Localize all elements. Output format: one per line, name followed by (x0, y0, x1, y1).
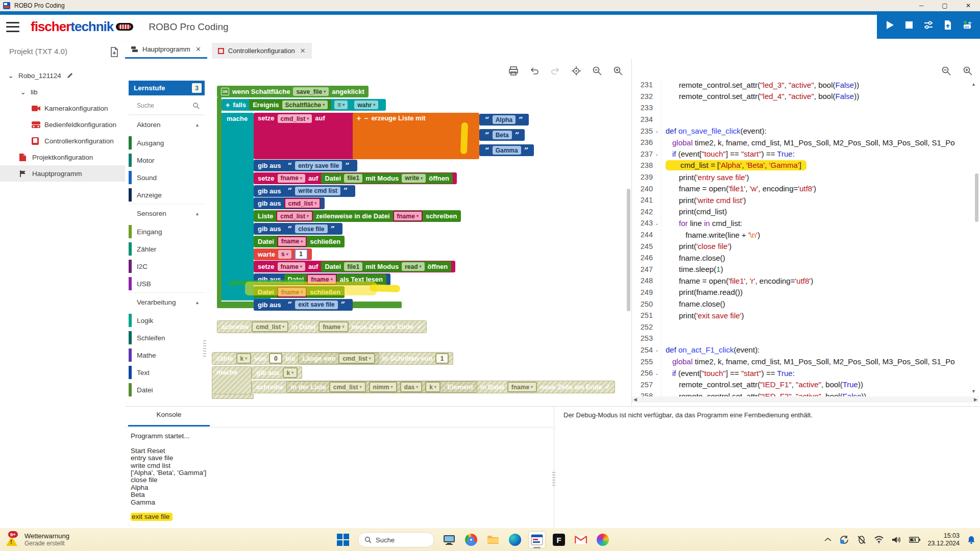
toolbox-section-aktoren[interactable]: Aktoren▲ (129, 115, 205, 134)
tab-hauptprogramm[interactable]: Hauptprogramm✕ (125, 41, 207, 59)
line-number[interactable]: 231 (631, 81, 653, 89)
text-value[interactable]: Alpha (493, 115, 516, 124)
line-number[interactable]: 248 (631, 277, 653, 285)
toolbox-search[interactable]: Suche (129, 97, 205, 115)
taskbar-app-file-explorer-dark[interactable] (440, 531, 458, 548)
block-field[interactable]: =▾ (334, 101, 348, 109)
taskbar-app-f-app[interactable]: F (550, 531, 568, 548)
minimize-button[interactable]: ─ (910, 0, 933, 11)
line-number[interactable]: 249 (631, 288, 653, 296)
pencil-icon[interactable] (66, 72, 74, 79)
code-scroll-down-icon[interactable]: ▼ (971, 389, 976, 394)
taskbar-app-gmail[interactable] (572, 531, 590, 548)
toolbox-category-schleifen[interactable]: Schleifen (129, 329, 205, 346)
block-field[interactable]: read▾ (402, 262, 424, 271)
play-icon[interactable] (883, 18, 896, 32)
text-value[interactable]: close file (295, 224, 327, 233)
zoom-in-icon[interactable] (962, 65, 973, 77)
nested-block[interactable]: Dateifile1mit Moduswrite▾öffnen (321, 173, 453, 184)
fold-icon[interactable]: ⌄ (653, 370, 661, 376)
code-vscrollbar[interactable] (975, 173, 978, 222)
fold-icon[interactable]: ⌄ (653, 128, 661, 134)
scroll-right-icon[interactable]: ▶ (974, 397, 977, 402)
block-row[interactable]: schreibein der Listecmd_list▾nimm▾das▾k▾… (252, 381, 615, 393)
sidebar-item-hauptprogramm[interactable]: Hauptprogramm (0, 165, 125, 182)
block-field[interactable]: k▾ (236, 353, 252, 364)
text-block[interactable]: “exit save file” (284, 299, 349, 310)
nested-block[interactable]: in der Listecmd_list▾nimm▾das▾k▾. Elemen… (286, 381, 477, 393)
redo-icon[interactable] (550, 65, 561, 77)
plus-icon[interactable]: + (226, 101, 230, 109)
taskbar-app-robo-pro-coding[interactable] (528, 531, 546, 548)
menu-icon[interactable] (6, 21, 19, 33)
close-icon[interactable]: ✕ (195, 45, 201, 53)
taskbar-app-chrome[interactable] (462, 531, 480, 548)
block-row[interactable]: schreibecmd_list▾in Dateifname▾neue Zeil… (217, 320, 427, 333)
undo-icon[interactable] (529, 65, 540, 77)
line-number[interactable]: 236 (631, 138, 653, 146)
block-field[interactable]: fname▾ (393, 211, 423, 221)
file-upload-icon[interactable] (941, 18, 954, 32)
block-row[interactable]: “Beta” (479, 129, 525, 141)
line-number[interactable]: 233 (631, 104, 653, 112)
block-row[interactable]: gib aus“exit save file” (254, 299, 353, 311)
plus-icon[interactable]: + (357, 114, 361, 122)
block-field[interactable]: cmd_list▾ (252, 321, 288, 332)
checkbox-icon[interactable]: ✓ (416, 323, 422, 331)
close-icon[interactable]: ✕ (300, 47, 306, 55)
line-number[interactable]: 244 (631, 231, 653, 239)
text-block[interactable]: “Beta” (481, 130, 523, 140)
fold-icon[interactable]: ⌄ (653, 151, 661, 157)
text-block[interactable]: “write cmd list” (284, 186, 352, 196)
wifi-icon[interactable] (874, 536, 884, 543)
line-number[interactable]: 245 (631, 242, 653, 251)
notification-widget[interactable]: 9+ Wetterwarnung Gerade erstellt (5, 532, 69, 547)
line-number[interactable]: 253 (631, 334, 653, 342)
block-field[interactable]: 1 (435, 353, 449, 364)
chevron-up-icon[interactable] (824, 537, 831, 542)
block-field[interactable]: cmd_list▾ (329, 382, 366, 392)
sidebar-item-lib[interactable]: ⌄lib (0, 84, 125, 100)
toolbox-category-zähler[interactable]: Zähler (129, 240, 205, 258)
block-field[interactable]: file1 (344, 174, 362, 183)
taskbar-app-edge[interactable] (506, 531, 524, 548)
scroll-left-icon[interactable]: ◀ (633, 397, 637, 402)
block-row[interactable]: gib aus“write cmd list” (254, 185, 355, 197)
line-number[interactable]: 257 (631, 381, 653, 389)
block-row[interactable]: “Gamma” (479, 144, 534, 156)
taskbar-app-colorful-app[interactable] (594, 531, 611, 548)
sidebar-item-robo_121124[interactable]: ⌄Robo_121124 (0, 67, 125, 84)
toolbox-category-text[interactable]: Text (129, 364, 205, 381)
line-number[interactable]: 254 (631, 346, 653, 354)
block-field[interactable]: das▾ (400, 382, 423, 392)
mouse-off-icon[interactable] (857, 535, 866, 544)
start-button[interactable] (334, 531, 352, 548)
target-icon[interactable] (571, 65, 582, 77)
block-field[interactable]: fname▾ (507, 382, 537, 392)
line-number[interactable]: 251 (631, 311, 653, 319)
block-field[interactable]: fname▾ (318, 321, 348, 332)
block-row[interactable]: Listecmd_list▾zeilenweise in die Dateifn… (254, 210, 461, 222)
block-row[interactable]: +fallsEreignisSchaltfläche▾=▾wahr▾ (222, 99, 386, 111)
battery-icon[interactable] (909, 537, 920, 543)
block-field[interactable]: k▾ (425, 382, 440, 392)
block-field[interactable]: 1 (295, 249, 308, 260)
toolbox-category-mathe[interactable]: Mathe (129, 346, 205, 364)
block-row[interactable]: OKwenn Schaltflächesave_file▾angeklickt (217, 86, 369, 97)
clock[interactable]: 15:03 23.12.2024 (927, 532, 960, 547)
block-field[interactable]: s▾ (278, 250, 291, 259)
text-value[interactable]: write cmd list (295, 187, 340, 195)
text-block[interactable]: “Gamma” (481, 145, 532, 156)
maximize-button[interactable]: ▢ (933, 0, 957, 11)
block-field[interactable]: nimm▾ (369, 382, 397, 392)
new-file-icon[interactable] (109, 47, 119, 57)
block-field[interactable]: fname▾ (278, 262, 305, 271)
text-value[interactable]: entry save file (295, 161, 342, 170)
block-field[interactable]: fname▾ (278, 174, 305, 183)
toolbox-category-ausgang[interactable]: Ausgang (129, 134, 205, 152)
block-field[interactable]: cmd_list▾ (276, 211, 313, 221)
text-block[interactable]: “entry save file” (284, 160, 353, 171)
line-number[interactable]: 246 (631, 254, 653, 262)
block-field[interactable]: Schaltfläche▾ (282, 101, 328, 109)
zoom-out-icon[interactable] (592, 65, 603, 77)
